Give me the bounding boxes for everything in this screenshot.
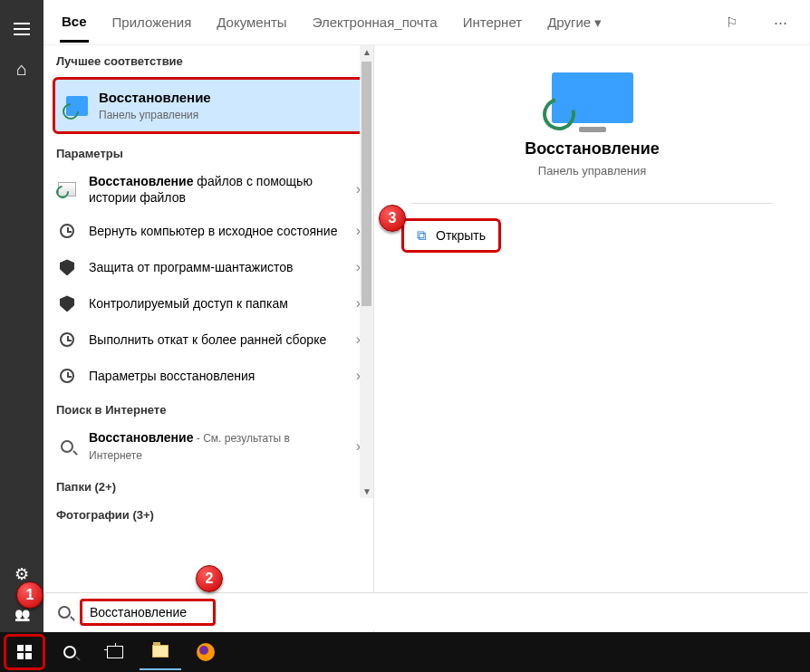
search-icon bbox=[63, 646, 76, 658]
tab-apps[interactable]: Приложения bbox=[111, 4, 194, 41]
annotation-badge-3: 3 bbox=[379, 205, 406, 232]
open-icon: ⧉ bbox=[417, 227, 427, 244]
menu-button[interactable] bbox=[0, 9, 43, 49]
settings-item-5[interactable]: Параметры восстановления › bbox=[43, 358, 373, 394]
folder-icon bbox=[152, 645, 169, 658]
feedback-icon[interactable]: ⚐ bbox=[718, 14, 745, 31]
search-filter-tabs: Все Приложения Документы Электронная_поч… bbox=[43, 0, 810, 45]
best-match-item[interactable]: Восстановление Панель управления bbox=[53, 77, 364, 134]
home-button[interactable] bbox=[0, 49, 43, 89]
section-folders: Папки (2+) bbox=[43, 471, 373, 499]
recovery-large-icon bbox=[552, 72, 633, 123]
taskbar bbox=[0, 632, 810, 672]
more-options-icon[interactable]: ⋯ bbox=[767, 14, 794, 31]
shield-icon bbox=[60, 259, 74, 275]
search-input[interactable] bbox=[80, 599, 216, 626]
detail-pane: Восстановление Панель управления ⧉ Откры… bbox=[374, 45, 810, 634]
task-view-icon bbox=[107, 646, 123, 658]
shield-icon bbox=[60, 295, 74, 312]
file-history-icon bbox=[58, 182, 76, 197]
firefox-icon bbox=[197, 643, 215, 661]
taskbar-search-button[interactable] bbox=[49, 634, 91, 670]
task-view-button[interactable] bbox=[94, 634, 136, 670]
section-web-search: Поиск в Интернете bbox=[43, 394, 373, 422]
home-icon bbox=[16, 59, 27, 80]
section-best-match: Лучшее соответствие bbox=[43, 45, 373, 73]
search-icon bbox=[61, 440, 73, 453]
tab-documents[interactable]: Документы bbox=[215, 4, 288, 41]
settings-item-4[interactable]: Выполнить откат к более ранней сборке › bbox=[43, 322, 373, 358]
annotation-badge-2: 2 bbox=[196, 565, 223, 592]
search-panel: Все Приложения Документы Электронная_поч… bbox=[43, 0, 810, 634]
search-icon bbox=[58, 606, 71, 619]
web-search-item[interactable]: Восстановление - См. результаты в Интерн… bbox=[43, 422, 373, 470]
tab-email[interactable]: Электронная_почта bbox=[311, 4, 439, 41]
best-match-subtitle: Панель управления bbox=[99, 109, 351, 123]
windows-icon bbox=[17, 645, 32, 659]
annotation-badge-1: 1 bbox=[16, 581, 43, 609]
scroll-down-icon[interactable]: ▼ bbox=[362, 486, 371, 496]
recovery-icon bbox=[66, 96, 88, 116]
file-explorer-button[interactable] bbox=[140, 634, 181, 670]
section-photos: Фотографии (3+) bbox=[43, 499, 373, 527]
detail-title: Восстановление bbox=[525, 139, 659, 158]
settings-item-0[interactable]: Восстановление файлов с помощью истории … bbox=[43, 166, 373, 213]
settings-item-3[interactable]: Контролируемый доступ к папкам › bbox=[43, 285, 373, 322]
tab-other[interactable]: Другие ▾ bbox=[545, 4, 603, 42]
tab-internet[interactable]: Интернет bbox=[461, 4, 524, 41]
open-button[interactable]: ⧉ Открыть bbox=[401, 218, 501, 253]
open-label: Открыть bbox=[436, 228, 486, 243]
hamburger-icon bbox=[14, 28, 30, 30]
settings-item-2[interactable]: Защита от программ-шантажистов › bbox=[43, 249, 373, 285]
tab-all[interactable]: Все bbox=[60, 3, 89, 43]
section-settings: Параметры bbox=[43, 138, 373, 166]
firefox-button[interactable] bbox=[185, 634, 227, 670]
settings-item-1[interactable]: Вернуть компьютер в исходное состояние › bbox=[43, 213, 373, 249]
detail-subtitle: Панель управления bbox=[538, 164, 646, 178]
scroll-up-icon[interactable]: ▲ bbox=[362, 47, 371, 57]
recovery-settings-icon bbox=[60, 369, 74, 383]
chevron-down-icon: ▾ bbox=[594, 14, 602, 30]
results-column: Лучшее соответствие Восстановление Панел… bbox=[43, 45, 374, 634]
best-match-title: Восстановление bbox=[99, 89, 351, 107]
separator bbox=[412, 203, 772, 204]
results-scrollbar[interactable]: ▲ ▼ bbox=[360, 45, 373, 498]
search-input-row bbox=[45, 592, 808, 630]
start-menu-left-rail bbox=[0, 0, 43, 634]
start-button[interactable] bbox=[4, 634, 45, 670]
rollback-icon bbox=[60, 332, 74, 347]
reset-icon bbox=[60, 224, 74, 238]
